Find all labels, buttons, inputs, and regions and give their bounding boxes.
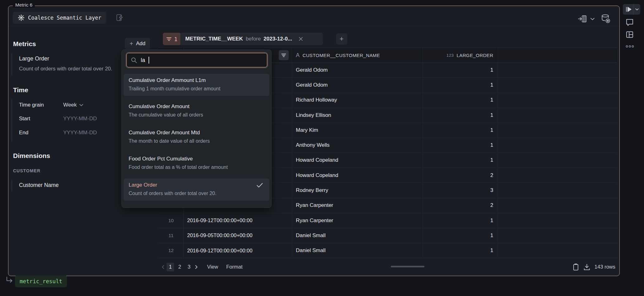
notebook-canvas: Metric 6 Coalesce Semantic Layer xyxy=(0,0,644,296)
page-button[interactable]: 2 xyxy=(176,263,183,271)
download-icon[interactable] xyxy=(583,263,590,271)
snowflake-icon xyxy=(18,14,25,21)
value-cell: 1 xyxy=(423,153,498,168)
next-page-icon[interactable] xyxy=(195,265,198,269)
table-import-icon[interactable] xyxy=(578,15,587,23)
plus-icon: + xyxy=(340,35,344,43)
layout-icon[interactable] xyxy=(625,30,634,39)
source-chip-label: Coalesce Semantic Layer xyxy=(28,15,101,21)
metric-option-description: The cumulative value of all orders xyxy=(129,112,264,118)
table-row[interactable]: 12 2016-09-12T00:00:00+00:00 Daniel Smal… xyxy=(159,243,617,258)
empty-cell xyxy=(498,168,617,183)
dimension-name[interactable]: Customer Name xyxy=(19,182,59,189)
value-cell: 1 xyxy=(423,108,498,122)
copy-table-icon[interactable] xyxy=(572,263,579,271)
chevron-down-icon xyxy=(79,104,83,107)
value-cell: 1 xyxy=(423,123,498,137)
semantic-source-chip[interactable]: Coalesce Semantic Layer xyxy=(13,12,106,24)
view-button[interactable]: View xyxy=(207,264,218,270)
empty-cell xyxy=(498,183,617,198)
compiled-query-lightning-icon[interactable] xyxy=(116,13,124,22)
run-options-chevron-icon[interactable] xyxy=(635,8,639,11)
search-query-text: la xyxy=(141,57,145,64)
start-date-input[interactable]: YYYY-MM-DD xyxy=(63,116,97,122)
end-label: End xyxy=(19,130,28,136)
customer-column-header[interactable]: A CUSTOMER__CUSTOMER_NAME xyxy=(292,48,423,62)
value-column-label: LARGE_ORDER xyxy=(457,53,493,58)
check-icon xyxy=(256,183,263,188)
page-button[interactable]: 3 xyxy=(185,263,193,271)
metric-name[interactable]: Large Order xyxy=(19,55,49,62)
search-icon xyxy=(131,57,137,64)
run-cell-button[interactable] xyxy=(623,4,640,15)
column-filter-button[interactable] xyxy=(279,50,289,60)
metric-option-title: Cumulative Order Amount Mtd xyxy=(129,130,264,136)
metric-group: Large Order Count of orders with order t… xyxy=(12,53,124,75)
dimensions-heading: Dimensions xyxy=(13,152,50,160)
metric-option[interactable]: Cumulative Order Amount Mtd The month to… xyxy=(124,126,269,148)
empty-cell xyxy=(498,213,617,228)
divider xyxy=(633,4,633,15)
dimension-group-label: CUSTOMER xyxy=(13,168,40,173)
prev-page-icon[interactable] xyxy=(162,265,164,269)
metric-option[interactable]: Cumulative Order Ammount L1m Trailing 1 … xyxy=(124,74,269,96)
value-cell: 2 xyxy=(423,168,498,183)
row-number-cell: 10 xyxy=(159,213,184,228)
value-cell: 1 xyxy=(423,213,498,228)
filter-chip[interactable]: METRIC_TIME__WEEK before 2023-12-0... xyxy=(180,33,323,45)
chevron-down-icon[interactable] xyxy=(590,17,595,21)
value-cell: 1 xyxy=(423,243,498,258)
row-number-cell: 11 xyxy=(159,228,184,243)
metric-option[interactable]: Cumulative Order Amount The cumulative v… xyxy=(124,100,269,122)
metrics-heading: Metrics xyxy=(13,40,36,48)
row-count: 143 rows xyxy=(594,264,615,270)
table-row[interactable]: 11 2016-09-05T00:00:00+00:00 Daniel Smal… xyxy=(159,228,617,243)
table-footer: 123 View Format 143 rows xyxy=(159,258,617,276)
run-icon xyxy=(626,7,632,12)
end-date-input[interactable]: YYYY-MM-DD xyxy=(63,130,97,136)
add-metric-button[interactable]: + Add xyxy=(125,38,150,49)
page-button[interactable]: 1 xyxy=(167,263,174,271)
database-preview-icon[interactable] xyxy=(601,14,611,24)
value-cell: 1 xyxy=(423,228,498,243)
value-cell: 1 xyxy=(423,138,498,152)
metric-search-dropdown: la Cumulative Order Ammount L1m Trailing… xyxy=(121,50,272,208)
time-grain-select[interactable]: Week xyxy=(63,102,83,108)
filter-count-badge[interactable]: 1 xyxy=(163,33,181,45)
table-row[interactable]: 10 2016-09-12T00:00:00+00:00 Ryan Carpen… xyxy=(159,213,617,228)
format-button[interactable]: Format xyxy=(226,264,242,270)
start-label: Start xyxy=(19,116,30,122)
value-column-header[interactable]: 123 LARGE_ORDER xyxy=(423,48,498,62)
more-options-icon[interactable] xyxy=(626,45,634,48)
metric-option[interactable]: Food Order Pct Cumulative Food order tot… xyxy=(124,152,269,174)
customer-cell: Gerald Odom xyxy=(292,78,423,92)
number-type-icon: 123 xyxy=(447,53,454,58)
horizontal-scrollbar[interactable] xyxy=(391,266,424,267)
remove-filter-icon[interactable] xyxy=(299,37,303,41)
customer-cell: Daniel Small xyxy=(292,228,423,243)
empty-cell xyxy=(498,93,617,107)
output-variable-chip[interactable]: metric_result xyxy=(15,275,67,287)
date-cell: 2016-09-05T00:00:00+00:00 xyxy=(184,228,292,243)
customer-cell: Howard Copeland xyxy=(292,168,423,183)
pagination: 123 xyxy=(166,263,194,271)
customer-cell: Lindsey Ellison xyxy=(292,108,423,122)
dimension-item-group: Customer Name xyxy=(12,180,124,192)
metric-option-title: Large Order xyxy=(129,182,264,188)
customer-cell: Gerald Odom xyxy=(292,63,423,77)
metric-option-description: Count of orders with order total over 20… xyxy=(129,191,264,196)
empty-cell xyxy=(498,243,617,258)
value-cell: 1 xyxy=(423,78,498,92)
add-filter-button[interactable]: + xyxy=(336,33,347,45)
comment-icon[interactable] xyxy=(625,18,634,26)
add-button-label: Add xyxy=(136,41,145,47)
metric-option-title: Cumulative Order Ammount L1m xyxy=(129,77,264,84)
empty-cell xyxy=(498,198,617,213)
metric-option-title: Cumulative Order Amount xyxy=(129,103,264,110)
metric-option[interactable]: Large Order Count of orders with order t… xyxy=(124,179,269,201)
metric-search-input[interactable]: la xyxy=(126,53,267,67)
customer-cell: Richard Holloway xyxy=(292,93,423,107)
empty-cell xyxy=(498,153,617,168)
metric-option-description: Trailing 1 month cumulative order amount xyxy=(129,86,264,92)
cell-header: Coalesce Semantic Layer xyxy=(8,6,619,26)
